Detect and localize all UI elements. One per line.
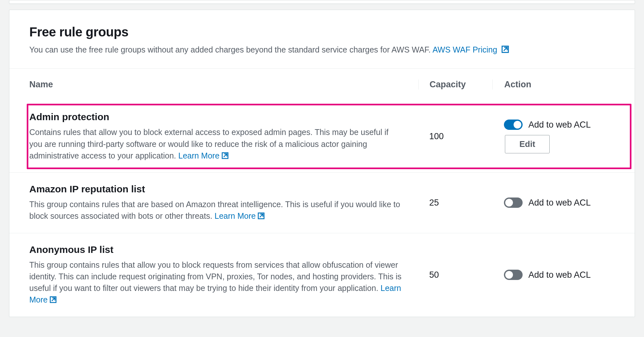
toggle-knob <box>505 271 513 279</box>
edit-button[interactable]: Edit <box>505 135 550 153</box>
add-to-web-acl-toggle-wrap: Add to web ACL <box>504 120 615 130</box>
rule-capacity-value: 100 <box>429 131 444 141</box>
collapsed-panel-strip <box>9 0 635 4</box>
pricing-link[interactable]: AWS WAF Pricing <box>432 45 509 54</box>
learn-more-link[interactable]: Learn More <box>214 211 265 220</box>
rule-row: Admin protectionContains rules that allo… <box>9 101 635 172</box>
external-link-icon <box>258 212 265 219</box>
panel-description: You can use the free rule groups without… <box>29 44 615 55</box>
rule-capacity-value: 50 <box>429 270 439 280</box>
rule-groups-table: Name Capacity Action Admin protectionCon… <box>9 69 635 316</box>
rule-name: Admin protection <box>29 111 418 122</box>
rule-capacity-cell: 100 <box>418 131 492 141</box>
rule-name: Anonymous IP list <box>29 244 418 255</box>
add-to-web-acl-toggle[interactable] <box>504 120 523 130</box>
rule-capacity-value: 25 <box>429 198 439 207</box>
rule-description: This group contains rules that are based… <box>29 198 403 222</box>
rule-row: Amazon IP reputation listThis group cont… <box>9 172 635 233</box>
add-to-web-acl-toggle[interactable] <box>504 197 523 208</box>
rule-action-cell: Add to web ACLEdit <box>492 120 615 153</box>
toggle-knob <box>505 199 513 207</box>
rule-action-cell: Add to web ACL <box>492 270 615 280</box>
add-to-web-acl-toggle-wrap: Add to web ACL <box>504 197 615 208</box>
rule-name: Amazon IP reputation list <box>29 184 418 195</box>
learn-more-text: Learn More <box>178 151 220 160</box>
add-to-web-acl-label: Add to web ACL <box>528 120 591 130</box>
rule-description: This group contains rules that allow you… <box>29 259 403 306</box>
panel-header: Free rule groups You can use the free ru… <box>9 10 635 69</box>
panel-description-text: You can use the free rule groups without… <box>29 45 432 54</box>
pricing-link-text: AWS WAF Pricing <box>432 45 497 54</box>
rule-name-cell: Admin protectionContains rules that allo… <box>29 111 418 161</box>
rule-row: Anonymous IP listThis group contains rul… <box>9 233 635 317</box>
add-to-web-acl-label: Add to web ACL <box>528 270 591 280</box>
free-rule-groups-panel: Free rule groups You can use the free ru… <box>9 10 635 317</box>
rule-description: Contains rules that allow you to block e… <box>29 126 403 161</box>
rule-name-cell: Anonymous IP listThis group contains rul… <box>29 244 418 306</box>
add-to-web-acl-toggle-wrap: Add to web ACL <box>504 270 615 280</box>
add-to-web-acl-label: Add to web ACL <box>528 198 591 208</box>
add-to-web-acl-toggle[interactable] <box>504 270 523 280</box>
rule-description-text: This group contains rules that allow you… <box>29 260 402 293</box>
toggle-knob <box>514 121 521 129</box>
rule-name-cell: Amazon IP reputation listThis group cont… <box>29 184 418 222</box>
col-header-action: Action <box>492 80 615 90</box>
table-header-row: Name Capacity Action <box>9 69 635 101</box>
learn-more-link[interactable]: Learn More <box>178 151 229 160</box>
learn-more-text: Learn More <box>214 211 256 220</box>
col-header-name: Name <box>29 80 418 90</box>
rule-capacity-cell: 50 <box>418 270 492 280</box>
external-link-icon <box>50 296 57 303</box>
rule-action-cell: Add to web ACL <box>492 197 615 208</box>
external-link-icon <box>501 45 509 53</box>
panel-title: Free rule groups <box>29 25 615 39</box>
external-link-icon <box>222 152 229 159</box>
col-header-capacity: Capacity <box>418 80 492 90</box>
rule-capacity-cell: 25 <box>418 198 492 208</box>
